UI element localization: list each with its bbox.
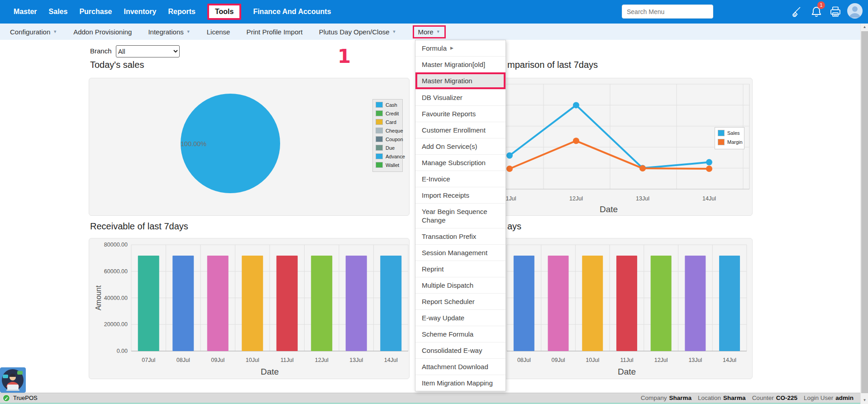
svg-text:08Jul: 08Jul xyxy=(517,357,531,363)
menu-item-label: Manage Subscription xyxy=(422,158,486,167)
chevron-down-icon: ▼ xyxy=(392,29,396,34)
scrollbar-thumb[interactable] xyxy=(861,31,868,393)
legend-label: Card xyxy=(386,119,396,125)
support-chat-mascot-logo[interactable] xyxy=(0,367,26,393)
menu-item-reprint[interactable]: Reprint xyxy=(415,261,506,277)
status-bar: ✓ TruePOS CompanySharmaLocationSharmaCou… xyxy=(0,393,868,403)
legend-entry-card: Card xyxy=(376,119,401,125)
annotation-step-number: 1 xyxy=(338,45,351,67)
legend-entry-cash: Cash xyxy=(376,102,401,108)
legend-label: Coupon xyxy=(386,137,403,142)
svg-text:60000.00: 60000.00 xyxy=(104,268,128,275)
top-nav-item-finance-and-accounts[interactable]: Finance And Accounts xyxy=(253,8,331,16)
printer-icon[interactable] xyxy=(829,5,842,18)
menu-item-label: Session Management xyxy=(422,248,487,257)
branch-label: Branch xyxy=(90,47,112,55)
legend-swatch xyxy=(376,153,383,159)
svg-text:0.00: 0.00 xyxy=(117,348,128,354)
top-nav-items: MasterSalesPurchaseInventoryReportsTools… xyxy=(14,4,331,20)
sub-nav-item-plutus-day-open-close[interactable]: Plutus Day Open/Close▼ xyxy=(319,28,396,36)
status-label: Company xyxy=(641,394,667,401)
bar-chart: 0.0020000.0040000.0060000.0080000.0007Ju… xyxy=(89,238,409,379)
legend-entry-wallet: Wallet xyxy=(376,162,401,168)
sub-nav-item-addon-provisioning[interactable]: Addon Provisioning xyxy=(73,28,132,36)
sub-nav-item-configuration[interactable]: Configuration▼ xyxy=(10,28,57,36)
chevron-down-icon: ▼ xyxy=(436,29,440,34)
menu-item-add-on-service-s[interactable]: Add On Service(s) xyxy=(415,138,506,154)
menu-item-import-receipts[interactable]: Import Receipts xyxy=(415,187,506,203)
user-avatar-icon[interactable] xyxy=(847,3,863,19)
legend-label: Due xyxy=(386,145,395,151)
vertical-scrollbar[interactable]: ▲ ▼ xyxy=(860,24,868,404)
status-company: CompanySharma xyxy=(641,394,692,401)
menu-item-e-invoice[interactable]: E-Invoice xyxy=(415,171,506,187)
top-nav-item-purchase[interactable]: Purchase xyxy=(79,8,112,16)
scroll-up-arrow[interactable]: ▲ xyxy=(861,24,868,31)
menu-item-scheme-formula[interactable]: Scheme Formula xyxy=(415,326,506,342)
menu-item-customer-enrollment[interactable]: Customer Enrollment xyxy=(415,122,506,138)
more-dropdown-menu: Formula▶Master Migration[old]Master Migr… xyxy=(415,40,506,391)
app-name: TruePOS xyxy=(13,394,38,401)
legend-entry-due: Due xyxy=(376,145,401,151)
pie-chart: 100.00% xyxy=(89,78,409,215)
menu-item-manage-subscription[interactable]: Manage Subscription xyxy=(415,154,506,171)
svg-text:Amount: Amount xyxy=(95,285,102,310)
sub-nav-item-print-profile-import[interactable]: Print Profile Import xyxy=(246,28,302,36)
sub-nav-item-more[interactable]: More▼ xyxy=(413,25,446,38)
menu-item-db-visualizer[interactable]: DB Visualizer xyxy=(415,89,506,105)
menu-item-label: DB Visualizer xyxy=(422,93,463,102)
branch-select[interactable]: All xyxy=(116,45,180,57)
sub-nav-item-label: License xyxy=(207,28,230,36)
menu-item-attachment-download[interactable]: Attachment Download xyxy=(415,358,506,375)
top-nav-item-tools[interactable]: Tools xyxy=(207,4,241,20)
menu-item-label: Report Scheduler xyxy=(422,297,475,306)
status-value: Sharma xyxy=(723,394,746,401)
legend-swatch xyxy=(376,162,383,168)
top-nav-item-sales[interactable]: Sales xyxy=(49,8,68,16)
menu-item-favourite-reports[interactable]: Favourite Reports xyxy=(415,105,506,122)
menu-item-label: Formula xyxy=(422,44,447,52)
sub-nav-item-integrations[interactable]: Integrations▼ xyxy=(148,28,190,36)
chevron-down-icon: ▼ xyxy=(53,29,57,34)
svg-text:07Jul: 07Jul xyxy=(142,357,155,363)
right-bar-chart-title: ays xyxy=(507,221,521,232)
menu-item-master-migration[interactable]: Master Migration xyxy=(415,72,506,89)
menu-item-label: E-way Update xyxy=(422,314,464,322)
menu-item-label: Item Migration Mapping xyxy=(422,379,493,387)
menu-item-consolidated-e-way[interactable]: Consolidated E-way xyxy=(415,342,506,358)
status-label: Counter xyxy=(752,394,774,401)
status-value: Sharma xyxy=(669,394,692,401)
legend-swatch xyxy=(376,136,383,142)
legend-label: Margin xyxy=(727,139,743,145)
legend-entry-coupon: Coupon xyxy=(376,136,401,142)
line-chart: 11Jul12Jul13Jul14JulDate xyxy=(463,78,752,215)
check-icon: ✓ xyxy=(3,394,10,402)
scroll-down-arrow[interactable]: ▼ xyxy=(861,397,868,404)
menu-item-formula[interactable]: Formula▶ xyxy=(415,40,506,56)
menu-item-master-migration-old[interactable]: Master Migration[old] xyxy=(415,56,506,72)
top-nav-item-reports[interactable]: Reports xyxy=(168,8,195,16)
menu-item-item-migration-mapping[interactable]: Item Migration Mapping xyxy=(415,375,506,391)
pie-legend: CashCreditCardChequeCouponDueAdvanceWall… xyxy=(372,99,403,172)
notification-badge: 1 xyxy=(817,1,825,9)
top-nav-item-master[interactable]: Master xyxy=(14,8,37,16)
menu-item-session-management[interactable]: Session Management xyxy=(415,244,506,261)
menu-item-e-way-update[interactable]: E-way Update xyxy=(415,309,506,326)
top-nav-item-inventory[interactable]: Inventory xyxy=(124,8,156,16)
menu-item-transaction-prefix[interactable]: Transaction Prefix xyxy=(415,228,506,244)
sub-nav-bar: Configuration▼Addon ProvisioningIntegrat… xyxy=(0,24,868,40)
menu-item-year-begin-sequence-change[interactable]: Year Begin Sequence Change xyxy=(415,203,506,228)
status-counter: CounterCO-225 xyxy=(752,394,797,401)
status-label: Login User xyxy=(804,394,833,401)
svg-text:13Jul: 13Jul xyxy=(688,357,702,363)
svg-text:40000.00: 40000.00 xyxy=(104,295,128,301)
legend-swatch xyxy=(718,139,725,145)
sub-nav-item-license[interactable]: License xyxy=(207,28,230,36)
menu-item-report-scheduler[interactable]: Report Scheduler xyxy=(415,293,506,309)
svg-text:08Jul: 08Jul xyxy=(176,357,190,363)
paint-brush-icon[interactable] xyxy=(789,5,802,18)
menu-item-label: Reprint xyxy=(422,265,444,273)
status-location: LocationSharma xyxy=(698,394,746,401)
search-input[interactable] xyxy=(622,5,713,19)
menu-item-multiple-dispatch[interactable]: Multiple Dispatch xyxy=(415,277,506,293)
